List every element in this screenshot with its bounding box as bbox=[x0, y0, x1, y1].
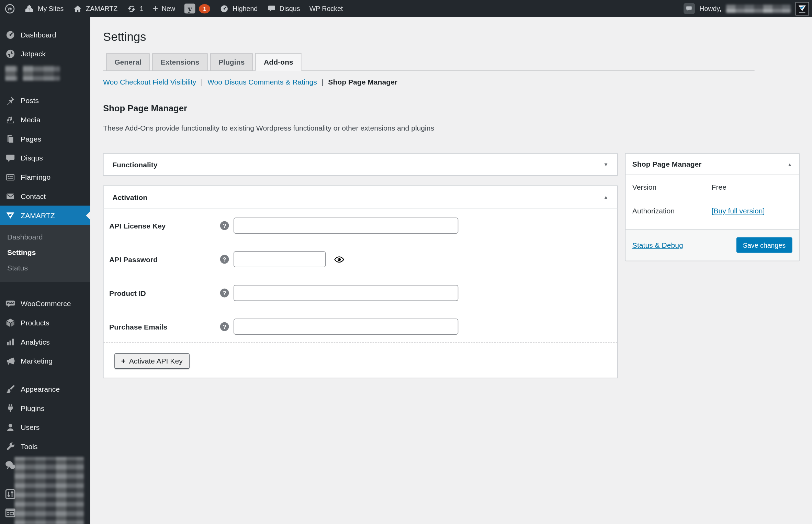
version-value: Free bbox=[712, 183, 726, 191]
sidebar-item-disqus[interactable]: Disqus bbox=[0, 148, 90, 167]
address-card-icon bbox=[5, 172, 15, 182]
link-woo-disqus-comments-ratings[interactable]: Woo Disqus Comments & Ratings bbox=[207, 78, 317, 86]
comments-button[interactable] bbox=[684, 3, 695, 14]
dashboard-icon bbox=[5, 29, 15, 40]
sidebar-item-tools[interactable]: Tools bbox=[0, 437, 90, 456]
sidebar-item-redacted-1[interactable] bbox=[0, 63, 90, 82]
yoast-item[interactable]: y 1 bbox=[180, 0, 215, 17]
sidebar-item-jetpack[interactable]: Jetpack bbox=[0, 44, 90, 63]
new-item[interactable]: + New bbox=[148, 0, 180, 17]
avatar[interactable] bbox=[796, 2, 809, 15]
redacted-labels-block bbox=[14, 457, 84, 524]
version-label: Version bbox=[632, 183, 712, 191]
sidebar-item-media[interactable]: Media bbox=[0, 110, 90, 129]
box-icon bbox=[5, 317, 15, 327]
pages-icon bbox=[5, 133, 15, 144]
eye-icon bbox=[334, 254, 344, 265]
tab-plugins[interactable]: Plugins bbox=[210, 53, 253, 71]
envelope-icon bbox=[5, 191, 15, 201]
sidebar-label: Appearance bbox=[21, 384, 60, 393]
sidebar-item-marketing[interactable]: Marketing bbox=[0, 351, 90, 370]
redacted-label bbox=[23, 65, 60, 80]
wp-rocket-label: WP Rocket bbox=[309, 5, 343, 13]
zamartz-icon bbox=[5, 210, 15, 220]
disqus-adminbar-item[interactable]: Disqus bbox=[262, 0, 305, 17]
submenu-item-settings[interactable]: Settings bbox=[0, 245, 90, 260]
save-changes-button[interactable]: Save changes bbox=[736, 237, 792, 253]
admin-bar-left: W My Sites ZAMARTZ 1 bbox=[0, 0, 348, 17]
chat-clouds-icon[interactable] bbox=[4, 459, 16, 471]
sidebar-item-flamingo[interactable]: Flamingo bbox=[0, 167, 90, 187]
chevron-up-icon: ▲ bbox=[604, 194, 609, 200]
tab-extensions[interactable]: Extensions bbox=[152, 53, 207, 71]
sidebar-label: Analytics bbox=[21, 337, 49, 346]
help-icon[interactable]: ? bbox=[220, 289, 229, 298]
field-row-api-password: API Password ? bbox=[104, 251, 618, 267]
sidebar-item-analytics[interactable]: Analytics bbox=[0, 332, 90, 351]
api-password-input[interactable] bbox=[234, 251, 326, 267]
sidebar-item-appearance[interactable]: Appearance bbox=[0, 379, 90, 399]
sidebar-item-plugins[interactable]: Plugins bbox=[0, 398, 90, 417]
sidebar-item-pages[interactable]: Pages bbox=[0, 129, 90, 148]
api-password-label: API Password bbox=[109, 255, 220, 264]
postbox-header[interactable]: Shop Page Manager ▲ bbox=[625, 154, 799, 175]
activation-header[interactable]: Activation ▲ bbox=[104, 186, 618, 209]
activate-api-key-button[interactable]: + Activate API Key bbox=[114, 353, 189, 369]
purchase-emails-input[interactable] bbox=[234, 319, 458, 335]
addon-breadcrumb: Woo Checkout Field Visibility | Woo Disq… bbox=[103, 78, 812, 86]
help-icon[interactable]: ? bbox=[220, 322, 229, 331]
speech-bubble-icon bbox=[5, 153, 15, 163]
updates-item[interactable]: 1 bbox=[122, 0, 148, 17]
site-name-item[interactable]: ZAMARTZ bbox=[68, 0, 122, 17]
sidebar-item-products[interactable]: Products bbox=[0, 313, 90, 332]
wordpress-admin: W My Sites ZAMARTZ 1 bbox=[0, 0, 812, 524]
tab-add-ons[interactable]: Add-ons bbox=[256, 53, 302, 71]
my-sites-item[interactable]: My Sites bbox=[20, 0, 68, 17]
functionality-header[interactable]: Functionality ▼ bbox=[104, 154, 618, 175]
woocommerce-icon: Woo bbox=[5, 298, 15, 309]
wrench-icon bbox=[5, 441, 15, 451]
submenu-item-status[interactable]: Status bbox=[0, 260, 90, 276]
home-icon bbox=[73, 4, 82, 13]
svg-text:Woo: Woo bbox=[7, 301, 14, 305]
status-debug-link[interactable]: Status & Debug bbox=[632, 241, 683, 249]
help-icon[interactable]: ? bbox=[220, 221, 229, 230]
zamartz-avatar-logo bbox=[796, 2, 808, 15]
table-grid-icon[interactable] bbox=[4, 506, 16, 519]
sidebar-label: Plugins bbox=[21, 404, 44, 412]
tab-general[interactable]: General bbox=[106, 53, 150, 71]
main-content: Settings General Extensions Plugins Add-… bbox=[90, 17, 812, 524]
settings-column: Functionality ▼ Activation ▲ API License… bbox=[103, 153, 618, 378]
activate-api-key-label: Activate API Key bbox=[129, 357, 183, 365]
api-license-key-input[interactable] bbox=[234, 218, 458, 234]
plug-icon bbox=[5, 403, 15, 413]
sliders-icon[interactable] bbox=[4, 488, 16, 500]
sidebar-item-contact[interactable]: Contact bbox=[0, 187, 90, 206]
admin-bar: W My Sites ZAMARTZ 1 bbox=[0, 0, 812, 17]
sidebar-label: Dashboard bbox=[21, 30, 56, 38]
link-woo-checkout-field-visibility[interactable]: Woo Checkout Field Visibility bbox=[103, 78, 196, 86]
sidebar-item-users[interactable]: Users bbox=[0, 417, 90, 437]
sidebar-label: Media bbox=[21, 115, 41, 123]
current-addon-label: Shop Page Manager bbox=[328, 78, 397, 86]
section-description: These Add-Ons provide functionality to e… bbox=[103, 124, 812, 132]
buy-full-version-link[interactable]: [Buy full version] bbox=[712, 207, 765, 215]
submenu-item-dashboard[interactable]: Dashboard bbox=[0, 229, 90, 244]
show-password-toggle[interactable] bbox=[334, 254, 344, 265]
wp-rocket-item[interactable]: WP Rocket bbox=[305, 0, 348, 17]
highend-item[interactable]: Highend bbox=[215, 0, 262, 17]
help-icon[interactable]: ? bbox=[220, 255, 229, 264]
sidebar-item-woocommerce[interactable]: Woo WooCommerce bbox=[0, 294, 90, 313]
svg-text:W: W bbox=[7, 6, 13, 12]
side-panel-column: Shop Page Manager ▲ Version Free Authori… bbox=[625, 153, 800, 261]
sidebar-item-dashboard[interactable]: Dashboard bbox=[0, 25, 90, 44]
wordpress-menu[interactable]: W bbox=[0, 0, 20, 17]
field-row-api-license-key: API License Key ? bbox=[104, 218, 618, 234]
plus-icon: + bbox=[153, 4, 158, 13]
product-id-input[interactable] bbox=[234, 285, 458, 301]
sidebar-label: Users bbox=[21, 423, 40, 431]
sidebar-item-zamartz[interactable]: ZAMARTZ bbox=[0, 206, 90, 225]
page-title: Settings bbox=[103, 30, 812, 44]
sidebar-item-posts[interactable]: Posts bbox=[0, 91, 90, 110]
admin-sidebar: Dashboard Jetpack Posts bbox=[0, 17, 90, 524]
